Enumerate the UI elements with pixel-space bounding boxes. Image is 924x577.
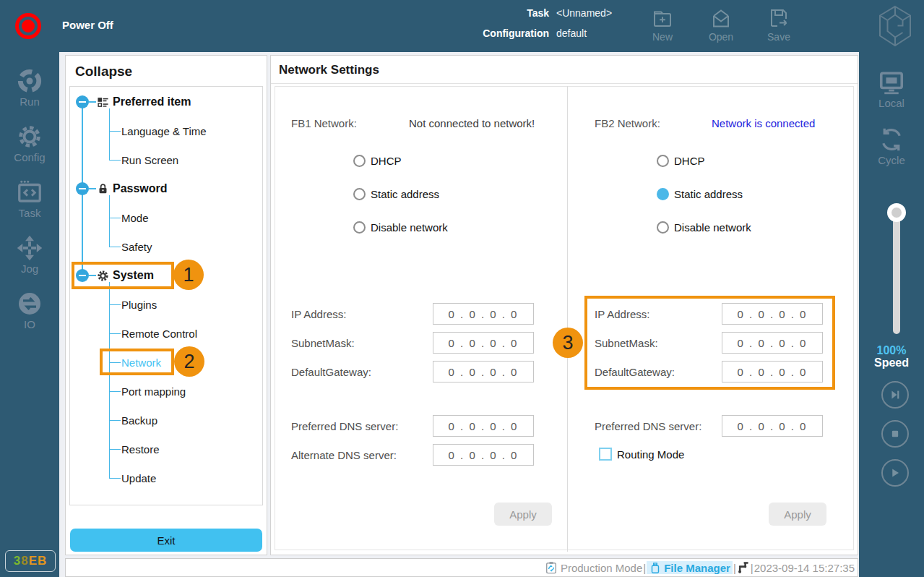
tree-children: Plugins Remote Control Network Port mapp…	[66, 290, 262, 492]
new-button[interactable]: New	[642, 7, 683, 43]
radio-label: Static address	[674, 188, 743, 200]
sidebar-item-task[interactable]: Task	[0, 163, 59, 219]
fb1-subnet-mask-input[interactable]	[433, 332, 534, 354]
task-label: Task	[468, 7, 549, 19]
tree-item-update[interactable]: Update	[66, 463, 262, 492]
fb2-radio-dhcp[interactable]: DHCP	[657, 155, 705, 167]
fb2-radio-disable-network[interactable]: Disable network	[657, 221, 751, 234]
radio-icon[interactable]	[353, 188, 366, 200]
sidebar-item-config[interactable]: Config	[0, 108, 59, 163]
tree-item-system[interactable]: System	[66, 261, 262, 290]
fb2-network-column: FB2 Network: Network is connected DHCP S…	[569, 86, 855, 552]
fb1-apply-button[interactable]: Apply	[494, 503, 552, 526]
badge-digit-3: EB	[29, 554, 48, 568]
fb1-radio-dhcp[interactable]: DHCP	[353, 155, 402, 167]
cycle-arrows-icon	[878, 127, 904, 153]
open-envelope-icon	[709, 7, 733, 30]
collapse-node-icon[interactable]	[76, 182, 89, 195]
tree-item-remote-control[interactable]: Remote Control	[66, 319, 262, 348]
radio-label: Static address	[371, 188, 439, 200]
collapse-button[interactable]: Collapse	[66, 56, 267, 86]
open-button[interactable]: Open	[700, 7, 742, 43]
run-icon	[17, 68, 43, 94]
fb1-ip-address-input[interactable]	[433, 303, 534, 325]
tree-item-label: Plugins	[121, 299, 157, 311]
sidebar-item-run[interactable]: Run	[0, 52, 59, 108]
fb2-subnet-mask-label: SubnetMask:	[595, 337, 658, 349]
tree-children: Mode Safety	[66, 203, 262, 261]
stop-button[interactable]	[881, 420, 909, 448]
separator: |	[733, 562, 736, 574]
play-button[interactable]	[881, 459, 909, 487]
tree-item-preferred-item[interactable]: Preferred item	[66, 87, 262, 116]
production-mode-icon	[545, 561, 558, 574]
jog-arrows-icon	[17, 235, 43, 261]
gear-icon	[97, 270, 109, 282]
routing-mode-row[interactable]: Routing Mode	[599, 448, 684, 461]
tree-item-port-mapping[interactable]: Port mapping	[66, 377, 262, 406]
separator: |	[751, 562, 754, 574]
radio-icon[interactable]	[353, 155, 366, 167]
radio-icon[interactable]	[657, 188, 669, 200]
configuration-value: default	[556, 27, 587, 39]
sidebar-item-jog[interactable]: Jog	[0, 219, 59, 275]
sidebar-item-local[interactable]: Local	[859, 52, 924, 109]
badge-digit-2: 8	[21, 554, 28, 568]
speed-slider[interactable]	[893, 206, 900, 334]
radio-icon[interactable]	[353, 221, 366, 234]
fb2-radio-static-address[interactable]: Static address	[657, 188, 743, 200]
file-manager-button[interactable]: File Manager	[647, 561, 733, 574]
tree-item-plugins[interactable]: Plugins	[66, 290, 262, 319]
fb2-subnet-mask-input[interactable]	[722, 332, 823, 354]
open-button-label: Open	[700, 31, 742, 43]
collapse-node-icon[interactable]	[76, 95, 89, 108]
status-bar: Production Mode | File Manager | | 2023-…	[65, 558, 858, 577]
radio-label: DHCP	[371, 155, 402, 167]
tree-item-restore[interactable]: Restore	[66, 435, 262, 463]
radio-icon[interactable]	[657, 155, 669, 167]
new-folder-icon	[651, 7, 674, 30]
fb2-default-gateway-input[interactable]	[722, 361, 823, 382]
tree-item-label: Backup	[121, 414, 157, 427]
code-window-icon	[17, 179, 43, 205]
radio-icon[interactable]	[657, 221, 669, 234]
tree-item-run-screen[interactable]: Run Screen	[66, 145, 262, 174]
save-button[interactable]: Save	[758, 7, 800, 43]
tree-item-label: Update	[121, 472, 156, 484]
io-swap-icon	[17, 291, 43, 317]
status-timestamp: 2023-09-14 15:27:35	[754, 562, 855, 574]
speed-slider-thumb[interactable]	[887, 203, 906, 222]
tree-item-language-time[interactable]: Language & Time	[66, 116, 262, 145]
fb2-preferred-dns-input[interactable]	[722, 415, 823, 437]
tree-item-backup[interactable]: Backup	[66, 406, 262, 435]
sidebar-item-cycle[interactable]: Cycle	[859, 109, 924, 166]
fb1-network-status: Not connected to network!	[409, 117, 535, 129]
collapse-node-icon[interactable]	[76, 269, 89, 282]
fb2-apply-button[interactable]: Apply	[769, 503, 826, 526]
sidebar-item-io-label: IO	[0, 318, 59, 330]
tree-group-system: System Plugins Remote Control Network Po…	[66, 261, 262, 492]
routing-mode-checkbox[interactable]	[599, 448, 612, 461]
fb1-preferred-dns-input[interactable]	[433, 415, 534, 437]
sidebar-item-io[interactable]: IO	[0, 275, 59, 330]
tree-item-network[interactable]: Network	[66, 348, 262, 377]
power-button[interactable]	[15, 13, 41, 39]
fb2-ip-address-input[interactable]	[722, 303, 823, 325]
right-sidebar: Local Cycle 100% Speed	[859, 52, 924, 577]
exit-button[interactable]: Exit	[70, 529, 262, 552]
list-icon	[97, 96, 109, 108]
tree-item-mode[interactable]: Mode	[66, 203, 262, 232]
fb1-radio-disable-network[interactable]: Disable network	[353, 221, 448, 234]
speed-label: Speed	[859, 356, 924, 369]
tree-item-password[interactable]: Password	[66, 174, 262, 203]
step-next-button[interactable]	[881, 381, 909, 409]
fb1-default-gateway-input[interactable]	[433, 361, 534, 382]
network-settings-panel: Network Settings FB1 Network: Not connec…	[270, 55, 858, 555]
fb1-ip-address-label: IP Address:	[291, 308, 346, 320]
tree-item-safety[interactable]: Safety	[66, 232, 262, 261]
fb1-network-label: FB1 Network:	[291, 117, 357, 129]
fb2-network-status: Network is connected	[712, 117, 815, 129]
fb1-alternate-dns-input[interactable]	[433, 444, 534, 466]
tree-item-label: Password	[113, 182, 168, 195]
fb1-radio-static-address[interactable]: Static address	[353, 188, 439, 200]
